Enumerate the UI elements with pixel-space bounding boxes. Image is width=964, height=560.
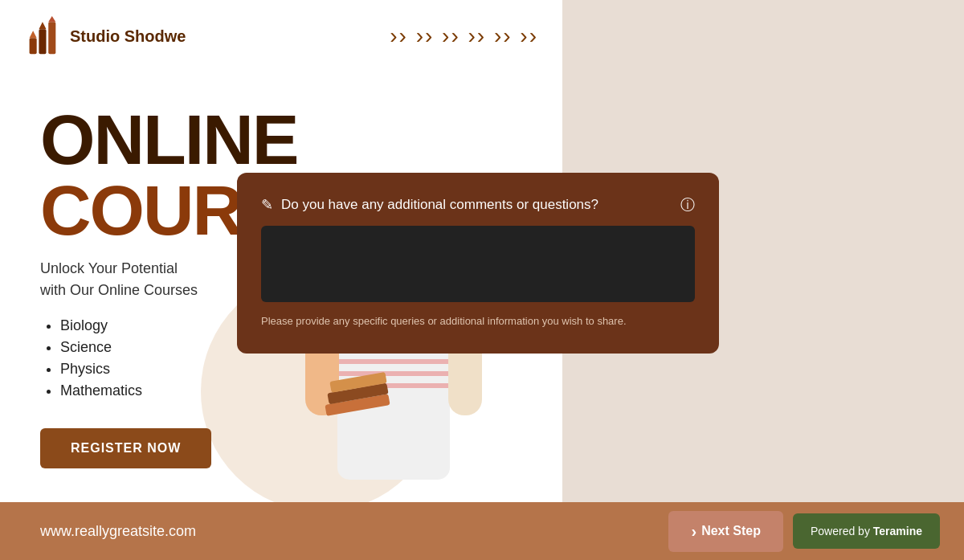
- footer: www.reallygreatsite.com Next Step Powere…: [0, 502, 964, 560]
- register-button[interactable]: REGISTER NOW: [40, 428, 211, 468]
- header: Studio Shodwe ›› ›› ›› ›› ›› ››: [0, 0, 562, 72]
- svg-marker-3: [30, 31, 37, 38]
- svg-rect-1: [39, 29, 46, 54]
- list-item: Mathematics: [60, 382, 378, 399]
- modal-title: Do you have any additional comments or q…: [281, 197, 598, 213]
- modal-hint: Please provide any specific queries or a…: [261, 313, 695, 329]
- logo-icon: [24, 16, 60, 56]
- list-item: Physics: [60, 361, 378, 378]
- svg-marker-4: [39, 22, 46, 29]
- powered-by-text: Powered by: [811, 525, 870, 538]
- info-icon[interactable]: ⓘ: [680, 195, 695, 215]
- powered-by-badge: Powered by Teramine: [793, 513, 940, 549]
- brand-name: Studio Shodwe: [70, 27, 186, 46]
- chevrons-decoration: ›› ›› ›› ›› ›› ››: [390, 23, 538, 49]
- modal-header: ✎ Do you have any additional comments or…: [261, 195, 695, 215]
- svg-rect-0: [30, 38, 37, 54]
- modal-title-row: ✎ Do you have any additional comments or…: [261, 196, 598, 214]
- svg-marker-5: [48, 16, 55, 22]
- svg-rect-2: [48, 22, 55, 54]
- comment-icon: ✎: [261, 196, 273, 214]
- footer-url: www.reallygreatsite.com: [40, 523, 196, 540]
- logo-area: Studio Shodwe: [24, 16, 186, 56]
- footer-right: Next Step Powered by Teramine: [668, 511, 940, 552]
- hero-line1: ONLINE: [40, 104, 378, 175]
- comments-textarea[interactable]: [261, 226, 695, 302]
- teramine-brand: Teramine: [873, 525, 922, 538]
- modal-dialog: ✎ Do you have any additional comments or…: [237, 173, 719, 354]
- next-step-button[interactable]: Next Step: [668, 511, 782, 552]
